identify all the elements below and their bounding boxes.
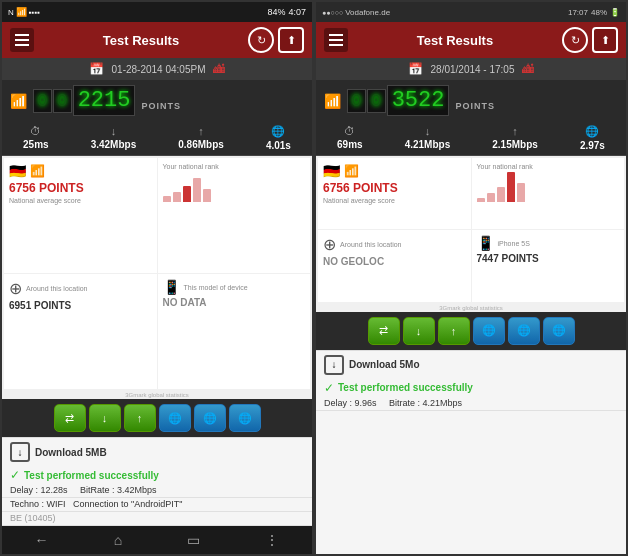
r-bar-1 bbox=[477, 198, 485, 203]
right-dim-digit-1: 0 bbox=[347, 89, 366, 113]
right-time: 17:07 bbox=[568, 8, 588, 17]
r-download-icon: ↓ bbox=[425, 125, 431, 137]
national-rank-label: Your national rank bbox=[163, 163, 306, 170]
right-download-label: Download 5Mo bbox=[349, 359, 420, 370]
left-app-header: Test Results ↻ ⬆ bbox=[2, 22, 312, 58]
right-menu-button[interactable] bbox=[324, 28, 348, 52]
left-btn-download[interactable]: ↓ bbox=[89, 404, 121, 432]
r-menu-line-1 bbox=[329, 34, 343, 36]
bar-4 bbox=[193, 178, 201, 202]
right-date-value: 28/01/2014 - 17:05 bbox=[431, 64, 515, 75]
left-btn-web2[interactable]: 🌐 bbox=[194, 404, 226, 432]
menu-dots-button[interactable]: ⋮ bbox=[265, 532, 279, 548]
ping-value: 25ms bbox=[23, 139, 49, 150]
r-building-icon: 🏙 bbox=[522, 62, 534, 76]
refresh-icon: ↻ bbox=[257, 34, 266, 47]
right-score-value: 3522 bbox=[387, 85, 450, 116]
r-bar-5 bbox=[517, 183, 525, 203]
back-button[interactable]: ← bbox=[35, 532, 49, 548]
around-score: 6951 POINTS bbox=[9, 300, 152, 311]
r-menu-line-3 bbox=[329, 44, 343, 46]
left-cards-section: 🇩🇪 📶 6756 POINTS National average score … bbox=[2, 156, 312, 391]
right-dim-digit-2: 0 bbox=[367, 89, 386, 113]
check-icon-left: ✓ bbox=[10, 468, 20, 482]
r-flag-icon: 🇩🇪 bbox=[323, 163, 340, 179]
globe3-icon: 🌐 bbox=[238, 412, 252, 425]
right-3gmark-tag: 3Gmark global statistics bbox=[316, 304, 626, 312]
left-btn-upload[interactable]: ↑ bbox=[124, 404, 156, 432]
r-upload-value: 2.15Mbps bbox=[492, 139, 538, 150]
right-score-digits: 0 0 3522 bbox=[347, 85, 449, 116]
left-card-national-rank: Your national rank bbox=[158, 158, 311, 273]
bar-3 bbox=[183, 186, 191, 203]
left-dim-digit-1: 0 bbox=[33, 89, 52, 113]
r-bar-4 bbox=[507, 172, 515, 202]
r-ping-value: 69ms bbox=[337, 139, 363, 150]
right-action-buttons: ⇄ ↓ ↑ 🌐 🌐 🌐 bbox=[316, 312, 626, 350]
upload-value: 0.86Mbps bbox=[178, 139, 224, 150]
left-btn-web3[interactable]: 🌐 bbox=[229, 404, 261, 432]
right-app-header: Test Results ↻ ⬆ bbox=[316, 22, 626, 58]
left-card-phone-model: 📱 This model of device NO DATA bbox=[158, 274, 311, 389]
right-btn-web1[interactable]: 🌐 bbox=[473, 317, 505, 345]
upload-icon: ↑ bbox=[198, 125, 204, 137]
right-header-title: Test Results bbox=[417, 33, 493, 48]
r-ping-icon: ⏱ bbox=[344, 125, 355, 137]
left-phone-panel: N 📶 ▪▪▪▪ 84% 4:07 Test Results ↻ ⬆ 📅 01-… bbox=[0, 0, 314, 556]
national-avg-score: 6756 POINTS bbox=[9, 181, 152, 195]
right-cards-section: 🇩🇪 📶 6756 POINTS National average score … bbox=[316, 156, 626, 304]
status-icons-left: N 📶 ▪▪▪▪ bbox=[8, 7, 40, 17]
right-stats-row: ⏱ 69ms ↓ 4.21Mbps ↑ 2.15Mbps 🌐 2.97s bbox=[316, 121, 626, 156]
left-btn-swap[interactable]: ⇄ bbox=[54, 404, 86, 432]
left-stat-upload: ↑ 0.86Mbps bbox=[178, 125, 224, 151]
time-label: 4:07 bbox=[288, 7, 306, 17]
ping-icon: ⏱ bbox=[30, 125, 41, 137]
r-globe2-icon: 🌐 bbox=[517, 324, 531, 337]
left-card-around-loc: ⊕ Around this location 6951 POINTS bbox=[4, 274, 157, 389]
right-wifi-icon: 📶 bbox=[324, 93, 341, 109]
left-menu-button[interactable] bbox=[10, 28, 34, 52]
right-btn-download[interactable]: ↓ bbox=[403, 317, 435, 345]
left-refresh-button[interactable]: ↻ bbox=[248, 27, 274, 53]
right-btn-web3[interactable]: 🌐 bbox=[543, 317, 575, 345]
ul-icon: ↑ bbox=[137, 412, 143, 424]
r-dl-icon: ↓ bbox=[416, 325, 422, 337]
right-btn-web2[interactable]: 🌐 bbox=[508, 317, 540, 345]
left-card-national-avg: 🇩🇪 📶 6756 POINTS National average score bbox=[4, 158, 157, 273]
home-button[interactable]: ⌂ bbox=[114, 532, 122, 548]
recents-button[interactable]: ▭ bbox=[187, 532, 200, 548]
left-details-1: Delay : 12.28s BitRate : 3.42Mbps bbox=[2, 484, 312, 498]
right-btn-upload[interactable]: ↑ bbox=[438, 317, 470, 345]
nfc-icon: N bbox=[8, 8, 14, 17]
r-bar-3 bbox=[497, 187, 505, 202]
left-btn-web1[interactable]: 🌐 bbox=[159, 404, 191, 432]
r-phone-icon: 📱 bbox=[477, 235, 494, 251]
r-swap-icon: ⇄ bbox=[379, 324, 388, 337]
right-status-bar: ●●○○○ Vodafone.de 17:07 48% 🔋 bbox=[316, 2, 626, 22]
national-avg-label: National average score bbox=[9, 197, 152, 204]
details-delay: Delay : 12.28s BitRate : 3.42Mbps bbox=[10, 485, 157, 495]
right-btn-swap[interactable]: ⇄ bbox=[368, 317, 400, 345]
right-share-button[interactable]: ⬆ bbox=[592, 27, 618, 53]
web-icon: 🌐 bbox=[271, 125, 285, 138]
right-status-left: ●●○○○ Vodafone.de bbox=[322, 8, 390, 17]
right-refresh-button[interactable]: ↻ bbox=[562, 27, 588, 53]
r-phone-label: iPhone 5S bbox=[498, 240, 530, 247]
battery-label: 84% bbox=[267, 7, 285, 17]
left-share-button[interactable]: ⬆ bbox=[278, 27, 304, 53]
r-card-wifi-icon: 📶 bbox=[344, 164, 359, 178]
phone-nodata: NO DATA bbox=[163, 297, 306, 308]
status-right: 84% 4:07 bbox=[267, 7, 306, 17]
flag-icon: 🇩🇪 bbox=[9, 163, 26, 179]
left-download-info: ↓ Download 5MB bbox=[2, 437, 312, 466]
signal-bars-icon: ▪▪▪▪ bbox=[29, 8, 40, 17]
right-date-bar: 📅 28/01/2014 - 17:05 🏙 bbox=[316, 58, 626, 80]
carrier-name: Vodafone.de bbox=[345, 8, 390, 17]
right-card-around-loc: ⊕ Around this location NO GEOLOC bbox=[318, 230, 471, 301]
r-around-nodata: NO GEOLOC bbox=[323, 256, 466, 267]
right-success-text: Test performed successfully bbox=[338, 382, 473, 393]
download-icon: ↓ bbox=[111, 125, 117, 137]
r-web-icon: 🌐 bbox=[585, 125, 599, 138]
compass-icon: ⊕ bbox=[9, 279, 22, 298]
r-download-value: 4.21Mbps bbox=[405, 139, 451, 150]
